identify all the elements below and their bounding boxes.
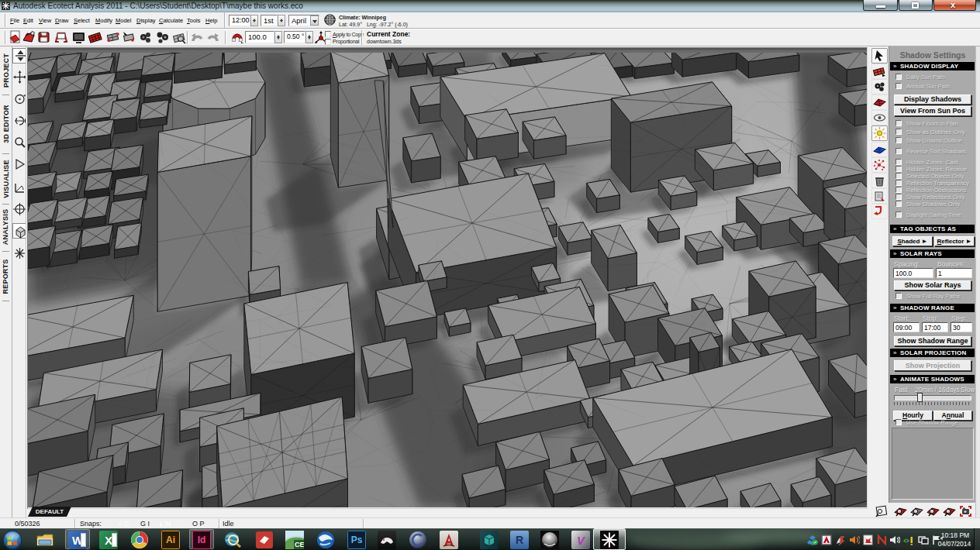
svg-text:CE: CE	[295, 541, 304, 548]
